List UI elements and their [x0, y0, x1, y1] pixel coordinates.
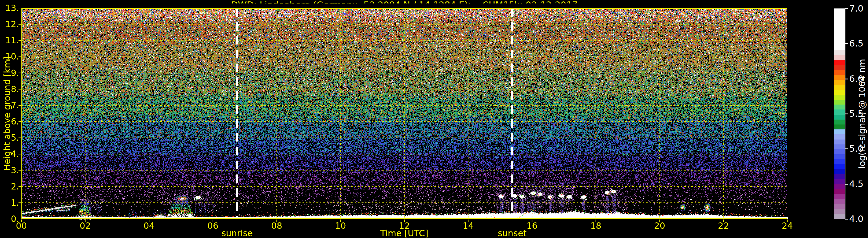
colorbar — [834, 9, 845, 219]
colorbar-tick — [845, 43, 848, 44]
colorbar-tick-label: 4.0 — [849, 213, 863, 224]
colorbar-segment — [834, 75, 845, 80]
colorbar-segment — [834, 50, 845, 55]
colorbar-segment — [834, 149, 845, 154]
y-axis-label: Height above ground [km] — [2, 56, 12, 171]
colorbar-tick — [845, 8, 848, 9]
heatmap-plot-area — [17, 3, 792, 224]
colorbar-label: log(rc-signal) @ 1064 nm — [857, 59, 867, 169]
y-tick-label: 12. — [0, 19, 19, 29]
colorbar-tick — [845, 148, 848, 149]
x-axis-label: Time [UTC] — [22, 229, 787, 238]
colorbar-tick — [845, 184, 848, 184]
colorbar-tick-label: 4.5 — [849, 178, 863, 189]
colorbar-tick — [845, 219, 848, 219]
colorbar-segment — [834, 134, 845, 139]
colorbar-segment — [834, 199, 845, 204]
y-tick-label: 2. — [0, 182, 19, 192]
colorbar-segment — [834, 214, 845, 219]
colorbar-segment — [834, 109, 845, 114]
colorbar-tick-label: 7.0 — [849, 3, 863, 13]
colorbar-segment — [834, 115, 845, 120]
colorbar-segment — [834, 90, 845, 95]
colorbar-segment — [834, 95, 845, 100]
colorbar-segment — [834, 70, 845, 75]
colorbar-segment — [834, 204, 845, 209]
colorbar-segment — [834, 184, 845, 189]
colorbar-segment — [834, 105, 845, 109]
colorbar-segment — [834, 209, 845, 214]
colorbar-segment — [834, 159, 845, 164]
colorbar-segment — [834, 179, 845, 184]
colorbar-segment — [834, 80, 845, 84]
y-tick-label: 11. — [0, 36, 19, 45]
sunrise-annotation-label: sunrise — [205, 229, 269, 238]
y-tick-label: 13. — [0, 3, 19, 13]
colorbar-tick-label: 6.5 — [849, 38, 863, 48]
colorbar-tick — [845, 78, 848, 79]
colorbar-segment — [834, 120, 845, 125]
colorbar-segment — [834, 154, 845, 159]
colorbar-segment — [834, 174, 845, 179]
colorbar-segment — [834, 194, 845, 199]
colorbar-segment — [834, 60, 845, 65]
colorbar-segment — [834, 164, 845, 169]
colorbar-segment — [834, 169, 845, 174]
colorbar-segment — [834, 100, 845, 105]
colorbar-segment — [834, 85, 845, 90]
colorbar-segment — [834, 189, 845, 194]
colorbar-segment — [834, 9, 845, 50]
colorbar-segment — [834, 55, 845, 60]
colorbar-segment — [834, 129, 845, 134]
colorbar-tick — [845, 113, 848, 114]
ceilometer-quicklook-figure: DWD: Lindenberg (Germany; 52.2094 N / 14… — [0, 0, 868, 238]
sunset-annotation-label: sunset — [480, 229, 544, 238]
colorbar-segment — [834, 139, 845, 144]
colorbar-segment — [834, 144, 845, 149]
y-tick-label: 1. — [0, 198, 19, 208]
colorbar-segment — [834, 65, 845, 70]
colorbar-segment — [834, 125, 845, 129]
